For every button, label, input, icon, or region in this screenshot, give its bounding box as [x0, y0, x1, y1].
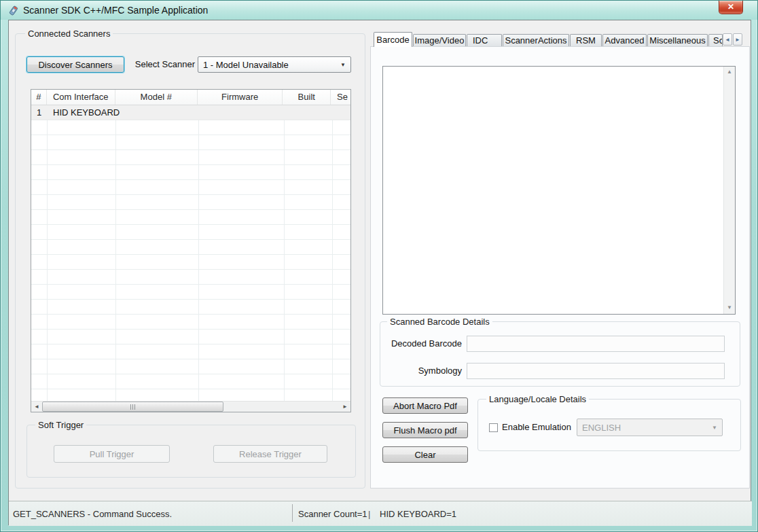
select-scanner-label: Select Scanner: [123, 56, 195, 73]
column-header-serial[interactable]: Se: [331, 90, 350, 105]
scroll-right-icon[interactable]: ►: [340, 402, 350, 412]
select-scanner-value: 1 - Model Unavailable: [198, 60, 336, 70]
soft-trigger-title: Soft Trigger: [35, 420, 86, 430]
thumb-grip-icon: [130, 404, 131, 410]
column-header-com-interface[interactable]: Com Interface: [47, 90, 115, 105]
window-title: Scanner SDK C++/MFC Sample Application: [23, 5, 208, 16]
scanned-barcode-details-title: Scanned Barcode Details: [387, 317, 492, 327]
scroll-down-icon[interactable]: ▼: [724, 302, 735, 314]
vertical-scrollbar[interactable]: ▲ ▼: [723, 67, 735, 314]
tab-strip: Barcode Image/Video IDC ScannerActions R…: [374, 32, 723, 47]
column-header-firmware[interactable]: Firmware: [198, 90, 283, 105]
abort-macro-pdf-button[interactable]: Abort Macro Pdf: [382, 397, 468, 414]
release-trigger-button[interactable]: Release Trigger: [213, 445, 327, 463]
grid-line: [115, 120, 116, 401]
select-scanner-combobox[interactable]: 1 - Model Unavailable ▼: [198, 56, 351, 73]
client-area: Connected Scanners Discover Scanners Sel…: [8, 20, 751, 525]
language-value: ENGLISH: [577, 423, 707, 433]
decoded-barcode-field[interactable]: [467, 336, 725, 352]
table-grid: [31, 120, 350, 401]
soft-trigger-group: Soft Trigger Pull Trigger Release Trigge…: [26, 425, 356, 478]
column-header-number[interactable]: #: [31, 90, 47, 105]
tab-miscellaneous[interactable]: Miscellaneous: [647, 34, 708, 47]
tab-scale-truncated[interactable]: Sc: [708, 34, 723, 47]
scanner-count: Scanner Count=1: [298, 501, 367, 526]
title-bar[interactable]: Scanner SDK C++/MFC Sample Application ✕: [1, 1, 757, 20]
language-locale-details-title: Language/Locale Details: [486, 394, 589, 404]
scanned-barcode-details-group: Scanned Barcode Details Decoded Barcode …: [380, 321, 740, 387]
chevron-down-icon: ▼: [707, 425, 722, 431]
tab-advanced[interactable]: Advanced: [602, 34, 647, 47]
scanner-app-icon: [7, 4, 20, 16]
tab-image-video[interactable]: Image/Video: [413, 34, 466, 47]
grid-line: [284, 120, 285, 401]
window-frame: Scanner SDK C++/MFC Sample Application ✕…: [0, 0, 758, 532]
connected-scanners-group: Connected Scanners Discover Scanners Sel…: [15, 33, 365, 489]
tab-scroll-left-button[interactable]: ◄: [723, 33, 732, 46]
scroll-up-icon[interactable]: ▲: [724, 67, 735, 78]
grid-line: [47, 120, 48, 401]
scanner-detail: HID KEYBOARD=1: [380, 501, 456, 526]
close-button[interactable]: ✕: [719, 1, 743, 14]
status-message: GET_SCANNERS - Command Success.: [13, 501, 172, 526]
grid-line: [198, 120, 199, 401]
tab-scroll-left-icon: ◄: [725, 37, 730, 43]
scrollbar-track[interactable]: [42, 402, 340, 412]
row-com-interface-cell: HID KEYBOARD: [47, 105, 120, 120]
scrollbar-thumb[interactable]: [42, 402, 223, 412]
pull-trigger-button[interactable]: Pull Trigger: [54, 445, 170, 463]
scanners-table: # Com Interface Model # Firmware Built S…: [31, 89, 351, 412]
clear-button[interactable]: Clear: [382, 446, 468, 463]
barcode-tab-panel: ▲ ▼ Scanned Barcode Details Decoded Barc…: [370, 46, 750, 489]
table-row[interactable]: 1 HID KEYBOARD: [31, 105, 350, 120]
scroll-left-icon[interactable]: ◄: [31, 402, 42, 412]
close-icon: ✕: [727, 2, 734, 12]
grid-line: [332, 120, 333, 401]
connected-scanners-title: Connected Scanners: [25, 29, 113, 39]
chevron-down-icon: ▼: [336, 62, 350, 68]
tab-idc[interactable]: IDC: [467, 34, 502, 47]
status-bar: GET_SCANNERS - Command Success. Scanner …: [9, 501, 752, 526]
column-header-model[interactable]: Model #: [115, 90, 198, 105]
tab-scanneractions[interactable]: ScannerActions: [503, 34, 569, 47]
discover-scanners-button[interactable]: Discover Scanners: [26, 56, 124, 73]
horizontal-scrollbar[interactable]: ◄ ►: [31, 401, 350, 412]
decoded-barcode-label: Decoded Barcode: [387, 336, 462, 352]
tab-scroll-right-button[interactable]: ►: [733, 33, 742, 46]
language-locale-details-group: Language/Locale Details Enable Emulation…: [477, 399, 741, 451]
row-number-cell: 1: [31, 105, 47, 120]
symbology-label: Symbology: [387, 363, 462, 379]
tab-barcode[interactable]: Barcode: [374, 32, 412, 47]
table-header: # Com Interface Model # Firmware Built S…: [31, 90, 350, 105]
status-divider: [292, 504, 293, 522]
enable-emulation-label: Enable Emulation: [502, 419, 571, 436]
language-combobox[interactable]: ENGLISH ▼: [577, 419, 723, 436]
enable-emulation-checkbox[interactable]: [489, 423, 498, 432]
column-header-built[interactable]: Built: [283, 90, 331, 105]
symbology-field[interactable]: [467, 363, 725, 379]
status-separator: |: [368, 501, 370, 526]
barcode-output-textarea[interactable]: ▲ ▼: [382, 66, 736, 315]
flush-macro-pdf-button[interactable]: Flush Macro pdf: [382, 422, 468, 438]
tab-scroll-right-icon: ►: [735, 37, 740, 43]
tab-rsm[interactable]: RSM: [570, 34, 602, 47]
